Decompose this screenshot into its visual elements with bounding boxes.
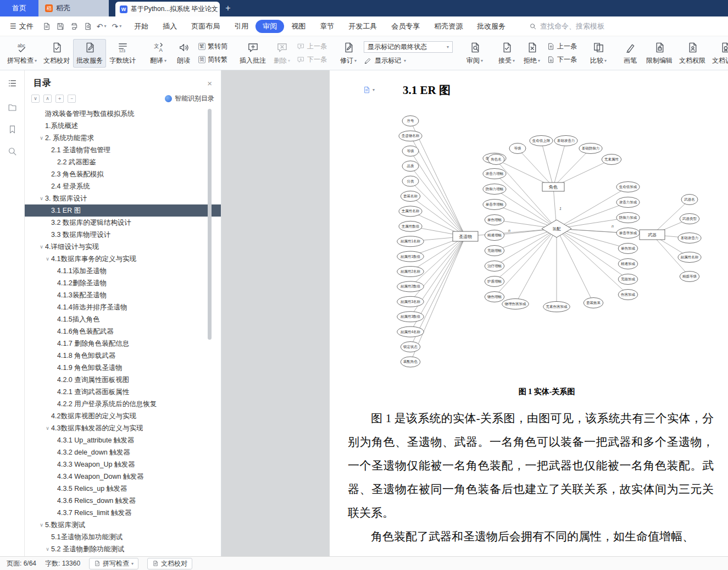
outline-item[interactable]: 4.3.1 Up_attribute 触发器 <box>25 434 221 446</box>
tab-document[interactable]: W 基于Python...拟系统 毕业论文 <box>115 2 220 16</box>
prev-revision-button[interactable]: 上一条 <box>547 42 577 51</box>
outline-item[interactable]: 4.2数据库视图的定义与实现 <box>25 410 221 422</box>
new-document-icon[interactable] <box>42 22 51 31</box>
statusbar-spell-check-button[interactable]: 拼写检查 ▾ <box>89 558 138 569</box>
command-search[interactable]: 查找命令、搜索模板 <box>529 21 604 31</box>
outline-item[interactable]: 2.3 角色装配模拟 <box>25 168 221 180</box>
outline-item[interactable]: ∨4.详细设计与实现 <box>25 241 221 253</box>
redo-caret-icon[interactable]: ▾ <box>119 24 121 29</box>
chevron-down-icon[interactable]: ∨ <box>38 132 45 144</box>
outline-item[interactable]: 游戏装备管理与数值模拟系统 <box>25 108 221 120</box>
page[interactable]: ▾ 3.1 ER 图 序号圣遗物名称等级品质分类套装名称主属性名称主属性数值副属… <box>330 70 728 556</box>
tab-home[interactable]: 首页 <box>0 0 38 16</box>
spell-check-button[interactable]: 拼写检查▾ <box>4 39 40 68</box>
chevron-down-icon[interactable]: ∨ <box>44 543 51 555</box>
chevron-down-icon[interactable]: ∨ <box>38 519 45 531</box>
outline-item[interactable]: 3.3 数据库物理设计 <box>25 229 221 241</box>
doc-cert-button[interactable]: 文档认证 <box>709 39 728 68</box>
save-icon[interactable] <box>56 22 65 31</box>
outline-item[interactable]: 2.4 登录系统 <box>25 180 221 192</box>
outline-item[interactable]: 4.1.2删除圣遗物 <box>25 277 221 289</box>
page-indicator[interactable]: 页面: 6/64 <box>7 559 36 568</box>
outline-scrollbar[interactable] <box>208 109 212 340</box>
menu-tab-批改服务[interactable]: 批改服务 <box>470 20 513 33</box>
outline-panel-icon[interactable] <box>7 78 18 88</box>
tab-docer[interactable]: 稻 稻壳 <box>38 0 109 16</box>
statusbar-doc-proof-button[interactable]: 文档校对 <box>147 558 192 569</box>
outline-item[interactable]: 4.1.1添加圣遗物 <box>25 265 221 277</box>
outline-item[interactable]: 4.3.7 Relics_limit 触发器 <box>25 507 221 519</box>
collapse-all-button[interactable]: ∧ <box>43 95 52 103</box>
simp-to-trad-button[interactable]: 简 简转繁 <box>198 55 227 64</box>
trad-to-simp-button[interactable]: 繁 繁转简 <box>198 42 227 51</box>
menu-tab-页面布局[interactable]: 页面布局 <box>184 20 227 33</box>
outline-item[interactable]: 5.1圣遗物添加功能测试 <box>25 531 221 543</box>
prev-comment-button[interactable]: 上一条 <box>297 42 327 51</box>
outline-item[interactable]: 3.1 ER 图 <box>25 204 221 217</box>
outline-item[interactable]: ∨2. 系统功能需求 <box>25 132 221 144</box>
markup-state-select[interactable]: 显示标记的最终状态 ▾ <box>364 41 453 53</box>
outline-item[interactable]: 4.2.2 用户登录系统后的信息恢复 <box>25 398 221 410</box>
menu-tab-稻壳资源[interactable]: 稻壳资源 <box>427 20 470 33</box>
file-menu-button[interactable]: ☰ 文件 <box>5 21 38 31</box>
outline-item[interactable]: ∨4.3数据库触发器的定义与实现 <box>25 422 221 434</box>
word-count-indicator[interactable]: 字数: 13360 <box>45 559 80 568</box>
insert-comment-button[interactable]: 插入批注 <box>236 39 269 68</box>
translate-button[interactable]: 翻译▾ <box>146 39 171 68</box>
correction-service-button[interactable]: 批改服务 <box>73 39 106 68</box>
outline-item[interactable]: ∨4.1数据库事务的定义与实现 <box>25 253 221 265</box>
outline-item[interactable]: ∨5.2 圣遗物删除功能测试 <box>25 543 221 555</box>
review-button[interactable]: 审阅▾ <box>462 39 487 68</box>
chevron-down-icon[interactable]: ∨ <box>44 253 51 265</box>
outline-item[interactable]: 4.3.5 Relics_up 触发器 <box>25 483 221 495</box>
outline-item[interactable]: 4.1.5插入角色 <box>25 313 221 325</box>
close-panel-icon[interactable]: × <box>207 79 212 88</box>
outline-item[interactable]: 4.2.1 查询武器面板属性 <box>25 386 221 398</box>
delete-comment-button[interactable]: 删除▾ <box>269 39 294 68</box>
expand-level-button[interactable]: ＋ <box>55 95 64 103</box>
chevron-down-icon[interactable]: ∨ <box>44 422 51 434</box>
compare-button[interactable]: 比较▾ <box>586 39 611 68</box>
menu-tab-开发工具[interactable]: 开发工具 <box>341 20 384 33</box>
outline-item[interactable]: 4.1.7 删除角色装配信息 <box>25 337 221 350</box>
menu-tab-会员专享[interactable]: 会员专享 <box>384 20 427 33</box>
find-icon[interactable] <box>7 146 18 157</box>
next-revision-button[interactable]: 下一条 <box>547 55 577 64</box>
doc-proof-button[interactable]: 文档校对 <box>40 39 73 68</box>
outline-item[interactable]: ∨5.数据库测试 <box>25 519 221 531</box>
menu-tab-章节[interactable]: 章节 <box>313 20 341 33</box>
menu-tab-开始[interactable]: 开始 <box>127 20 155 33</box>
outline-item[interactable]: 4.3.6 Relics_down 触发器 <box>25 495 221 507</box>
revision-button[interactable]: 修订▾ <box>336 39 361 68</box>
outline-item[interactable]: 4.1.8 角色卸载武器 <box>25 350 221 362</box>
redo-icon[interactable]: ↷ <box>112 22 118 31</box>
outline-item[interactable]: 4.1.9 角色卸载圣遗物 <box>25 362 221 374</box>
expand-all-button[interactable]: ∨ <box>31 95 40 103</box>
menu-tab-视图[interactable]: 视图 <box>284 20 313 33</box>
undo-icon[interactable]: ↶ <box>97 22 103 31</box>
menu-tab-审阅[interactable]: 审阅 <box>255 20 284 33</box>
outline-item[interactable]: 4.1.6角色装配武器 <box>25 325 221 337</box>
outline-item[interactable]: 4.2.0 查询属性面板视图 <box>25 374 221 386</box>
folder-icon[interactable] <box>7 102 18 113</box>
collapse-level-button[interactable]: － <box>68 95 76 103</box>
outline-item[interactable]: 2.2 武器图鉴 <box>25 156 221 168</box>
smart-recognize-button[interactable]: 智能识别目录 <box>165 94 214 103</box>
menu-tab-引用[interactable]: 引用 <box>227 20 255 33</box>
read-aloud-button[interactable]: 朗读 <box>171 39 196 68</box>
next-comment-button[interactable]: 下一条 <box>297 55 327 64</box>
chevron-down-icon[interactable]: ∨ <box>38 192 45 204</box>
word-count-button[interactable]: 字数统计 <box>106 39 139 68</box>
outline-item[interactable]: 4.3.4 Weapon_Down 触发器 <box>25 471 221 483</box>
outline-item[interactable]: 2.1 圣遗物背包管理 <box>25 144 221 156</box>
reject-button[interactable]: 拒绝▾ <box>519 39 544 68</box>
undo-caret-icon[interactable]: ▾ <box>104 24 106 29</box>
outline-item[interactable]: ∨3. 数据库设计 <box>25 192 221 204</box>
comment-flag[interactable]: ▾ <box>363 86 375 94</box>
outline-item[interactable]: 4.1.3装配圣遗物 <box>25 289 221 301</box>
outline-item[interactable]: 4.3.2 dele_down 触发器 <box>25 446 221 458</box>
outline-item[interactable]: 4.1.4筛选并排序圣遗物 <box>25 301 221 313</box>
menu-tab-插入[interactable]: 插入 <box>155 20 184 33</box>
pen-button[interactable]: 画笔 <box>618 39 643 68</box>
show-markup-button[interactable]: 显示标记 ▾ <box>364 56 453 65</box>
